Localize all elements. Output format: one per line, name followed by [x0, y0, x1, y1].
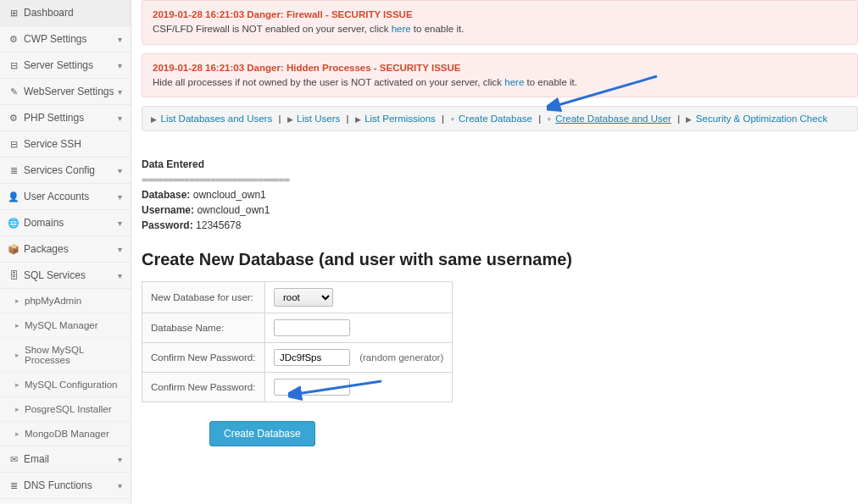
nav-icon: ≣	[8, 480, 19, 490]
breadcrumb-link[interactable]: Security & Optimization Check	[696, 114, 827, 124]
form-label-password1: Confirm New Password:	[142, 343, 265, 373]
chevron-down-icon: ▾	[118, 481, 122, 490]
alert-body: Hide all processes if not owned by the u…	[153, 75, 847, 90]
section-title: Create New Database (and user with same …	[142, 250, 858, 269]
nav-icon: ⚙	[8, 113, 19, 123]
user-select[interactable]: root	[274, 288, 333, 307]
database-label: Database:	[142, 189, 190, 201]
database-value: owncloud_own1	[193, 189, 266, 201]
breadcrumb-link[interactable]: Create Database and User	[555, 114, 671, 124]
sidebar: ⊞Dashboard⚙CWP Settings▾⊟Server Settings…	[0, 0, 131, 504]
sidebar-subitem-mysql-manager[interactable]: MySQL Manager	[0, 313, 131, 338]
sidebar-item-label: DNS Functions	[24, 479, 92, 491]
sidebar-item-cwp-settings[interactable]: ⚙CWP Settings▾	[0, 26, 131, 53]
nav-icon: ≣	[8, 165, 19, 175]
form-label-password2: Confirm New Password:	[142, 373, 265, 402]
breadcrumb-link[interactable]: List Databases and Users	[161, 114, 273, 124]
breadcrumb-link[interactable]: List Users	[297, 114, 340, 124]
chevron-down-icon: ▾	[118, 35, 122, 44]
nav-icon: ✉	[8, 454, 19, 464]
create-database-button[interactable]: Create Database	[209, 421, 315, 446]
chevron-down-icon: ▾	[118, 192, 122, 202]
sidebar-item-user-accounts[interactable]: 👤User Accounts▾	[0, 184, 131, 210]
sidebar-subitem-mongodb-manager[interactable]: MongoDB Manager	[0, 422, 131, 446]
nav-icon: 🌐	[8, 218, 19, 228]
breadcrumb: ▶ List Databases and Users | ▶ List User…	[142, 106, 858, 131]
sidebar-item-label: Services Config	[24, 164, 95, 176]
nav-icon: 🗄	[8, 270, 19, 280]
sidebar-item-service-ssh[interactable]: ⊟Service SSH	[0, 131, 131, 158]
breadcrumb-link[interactable]: List Permissions	[364, 114, 436, 124]
nav-icon: 👤	[8, 191, 19, 202]
password-label: Password:	[142, 219, 193, 231]
alert-hidden-processes: 2019-01-28 16:21:03 Danger: Hidden Proce…	[142, 53, 858, 98]
nav-icon: ⊟	[8, 60, 19, 70]
sidebar-item-label: CWP Settings	[24, 33, 86, 45]
chevron-down-icon: ▾	[118, 166, 122, 175]
chevron-down-icon: ▾	[118, 87, 122, 97]
sidebar-subitem-phpmyadmin[interactable]: phpMyAdmin	[0, 289, 131, 313]
alert-body: CSF/LFD Firewall is NOT enabled on your …	[153, 22, 847, 36]
sidebar-subitem-mysql-configuration[interactable]: MySQL Configuration	[0, 373, 131, 397]
data-entered-heading: Data Entered	[142, 157, 858, 172]
sidebar-item-email[interactable]: ✉Email▾	[0, 446, 131, 473]
sidebar-item-webserver-settings[interactable]: ✎WebServer Settings▾	[0, 79, 131, 105]
nav-icon: ⚙	[8, 34, 19, 44]
sidebar-item-services-config[interactable]: ≣Services Config▾	[0, 158, 131, 184]
password-input[interactable]	[274, 349, 350, 366]
sidebar-item-label: Email	[24, 453, 49, 465]
sidebar-item-domains[interactable]: 🌐Domains▾	[0, 210, 131, 236]
sidebar-item-label: Service SSH	[24, 138, 81, 150]
sidebar-item-label: Packages	[24, 243, 69, 255]
divider-line: ============================	[142, 172, 858, 187]
alert-link[interactable]: here	[392, 24, 411, 34]
sidebar-item-security[interactable]: 🛡Security▾	[0, 499, 131, 504]
sidebar-subitem-show-mysql-processes[interactable]: Show MySQL Processes	[0, 338, 131, 373]
form-label-user: New Database for user:	[142, 282, 265, 313]
username-label: Username:	[142, 204, 194, 216]
nav-icon: ✎	[8, 86, 19, 97]
sidebar-item-sql-services[interactable]: 🗄SQL Services▾	[0, 263, 131, 289]
sidebar-item-packages[interactable]: 📦Packages▾	[0, 236, 131, 263]
form-label-dbname: Database Name:	[142, 313, 265, 343]
sidebar-item-dns-functions[interactable]: ≣DNS Functions▾	[0, 473, 131, 499]
sidebar-item-server-settings[interactable]: ⊟Server Settings▾	[0, 53, 131, 79]
sidebar-item-label: SQL Services	[24, 269, 86, 281]
alert-title: 2019-01-28 16:21:03 Danger: Firewall - S…	[153, 8, 847, 22]
create-db-form: New Database for user: root Database Nam…	[142, 281, 453, 402]
chevron-down-icon: ▾	[118, 455, 122, 464]
chevron-down-icon: ▾	[118, 245, 122, 254]
username-value: owncloud_own1	[197, 204, 270, 216]
chevron-down-icon: ▾	[118, 61, 122, 70]
sidebar-item-php-settings[interactable]: ⚙PHP Settings▾	[0, 105, 131, 131]
sidebar-item-label: PHP Settings	[24, 112, 84, 124]
chevron-down-icon: ▾	[118, 219, 122, 228]
confirm-password-input[interactable]	[274, 379, 350, 396]
breadcrumb-link[interactable]: Create Database	[459, 114, 532, 124]
sidebar-item-label: Dashboard	[24, 7, 74, 19]
random-generator-hint[interactable]: (random generator)	[359, 352, 443, 363]
data-entered-block: Data Entered ===========================…	[142, 157, 858, 233]
sidebar-item-label: Domains	[24, 217, 64, 229]
alert-firewall: 2019-01-28 16:21:03 Danger: Firewall - S…	[142, 0, 858, 45]
sidebar-subitem-posgresql-installer[interactable]: PosgreSQL Installer	[0, 397, 131, 422]
chevron-down-icon: ▾	[118, 114, 122, 123]
sidebar-item-label: Server Settings	[24, 59, 93, 71]
alert-title: 2019-01-28 16:21:03 Danger: Hidden Proce…	[153, 61, 847, 75]
database-name-input[interactable]	[274, 319, 350, 336]
sidebar-item-label: User Accounts	[24, 191, 89, 202]
sidebar-item-dashboard[interactable]: ⊞Dashboard	[0, 0, 131, 26]
chevron-down-icon: ▾	[118, 271, 122, 280]
nav-icon: ⊞	[8, 8, 19, 18]
sidebar-item-label: WebServer Settings	[24, 86, 114, 97]
main-content: 2019-01-28 16:21:03 Danger: Firewall - S…	[131, 0, 868, 504]
password-value: 12345678	[196, 219, 241, 231]
alert-link[interactable]: here	[504, 77, 524, 87]
nav-icon: ⊟	[8, 139, 19, 149]
nav-icon: 📦	[8, 244, 19, 254]
